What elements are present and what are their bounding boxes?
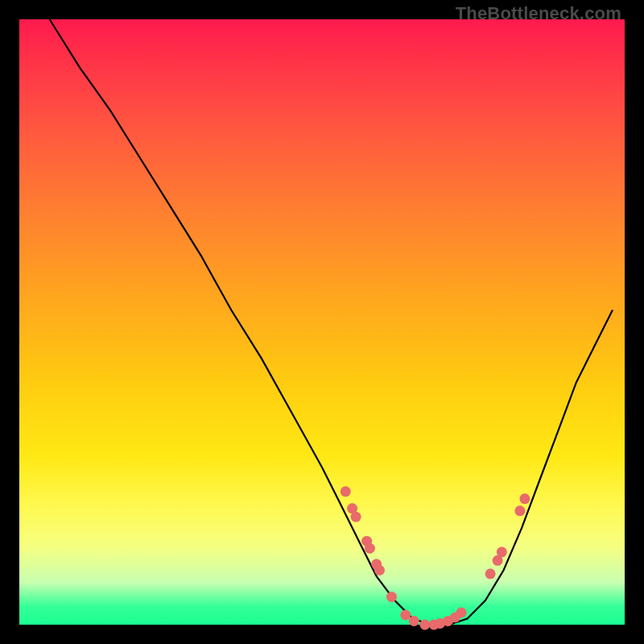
watermark-text: TheBottleneck.com: [456, 3, 621, 24]
curve-marker: [365, 543, 375, 554]
curve-marker: [374, 565, 385, 576]
bottleneck-curve: [50, 19, 613, 625]
curve-marker: [419, 620, 430, 630]
curve-marker: [400, 610, 411, 621]
chart-svg: [19, 19, 625, 625]
curve-marker: [386, 592, 397, 602]
curve-marker: [409, 616, 419, 626]
curve-marker: [341, 486, 351, 497]
chart-frame: [19, 19, 625, 625]
curve-marker: [514, 506, 525, 516]
curve-marker: [351, 512, 361, 522]
curve-marker: [485, 568, 496, 579]
curve-marker: [519, 493, 530, 504]
curve-marker: [456, 608, 467, 618]
curve-marker: [497, 547, 507, 557]
curve-markers: [341, 486, 530, 630]
